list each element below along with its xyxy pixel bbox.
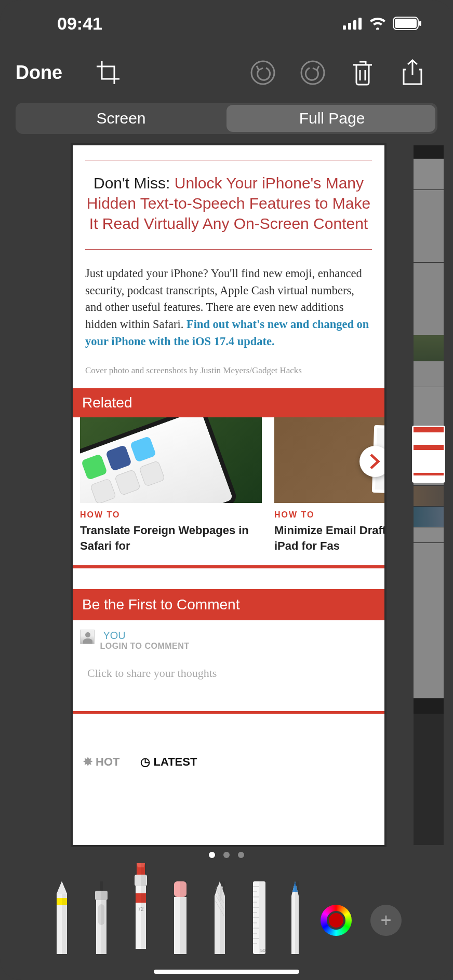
svg-rect-6 [419, 21, 421, 26]
page-indicator [0, 852, 453, 858]
page-dot[interactable] [238, 852, 244, 858]
user-name: YOU [103, 630, 125, 642]
related-card[interactable]: HOW TO Translate Foreign Webpages in Saf… [80, 417, 262, 553]
wifi-icon [369, 17, 387, 30]
comment-form: YOU LOGIN TO COMMENT Click to share your… [73, 620, 384, 701]
marker-tool[interactable]: 72 [130, 863, 151, 949]
fine-pen-tool[interactable] [91, 881, 112, 949]
color-picker-button[interactable] [321, 905, 352, 936]
related-header: Related [73, 388, 384, 417]
status-time: 09:41 [57, 13, 102, 34]
card-tag: HOW TO [80, 510, 262, 520]
page-thumbnail-strip[interactable] [414, 145, 444, 845]
battery-icon [393, 17, 422, 30]
svg-rect-1 [348, 23, 351, 30]
svg-rect-23 [180, 881, 186, 954]
tab-full-page[interactable]: Full Page [226, 103, 437, 134]
thumbnail-viewport[interactable] [412, 426, 445, 483]
plus-icon: + [380, 909, 391, 931]
status-indicators [343, 17, 422, 30]
burst-icon: ✸ [83, 755, 92, 769]
related-cards: HOW TO Translate Foreign Webpages in Saf… [73, 417, 384, 565]
sort-tabs: ✸ HOT ◷ LATEST [73, 740, 384, 784]
editor-toolbar: Done [0, 47, 453, 99]
card-tag: HOW TO [274, 510, 384, 520]
redo-button[interactable] [297, 57, 328, 88]
dont-miss-heading: Don't Miss: Unlock Your iPhone's Many Hi… [85, 173, 372, 234]
ruler-tool[interactable]: 50 [249, 881, 270, 949]
photo-credit: Cover photo and screenshots by Justin Me… [85, 365, 372, 376]
sort-latest[interactable]: ◷ LATEST [140, 755, 197, 769]
svg-rect-20 [141, 863, 146, 949]
pencil-tool[interactable] [288, 881, 302, 949]
card-title: Minimize Email Drafts iPhone or iPad for… [274, 523, 384, 553]
screenshot-preview[interactable]: Don't Miss: Unlock Your iPhone's Many Hi… [73, 145, 384, 845]
svg-rect-2 [353, 20, 356, 30]
home-indicator[interactable] [154, 970, 299, 974]
eraser-tool[interactable] [170, 881, 191, 949]
card-title: Translate Foreign Webpages in Safari for [80, 523, 262, 553]
share-button[interactable] [397, 57, 428, 88]
svg-rect-0 [343, 25, 346, 30]
markup-tool-tray: 72 50 + [0, 866, 453, 970]
clock-icon: ◷ [140, 755, 150, 769]
svg-rect-15 [101, 891, 108, 954]
page-dot[interactable] [209, 852, 215, 858]
signal-icon [343, 17, 363, 30]
comment-input[interactable]: Click to share your thoughts [80, 666, 377, 680]
page-dot[interactable] [223, 852, 230, 858]
svg-rect-42 [259, 881, 265, 954]
add-button[interactable]: + [370, 905, 402, 936]
dont-miss-prefix: Don't Miss: [94, 174, 175, 192]
view-mode-tabs: Screen Full Page [16, 103, 437, 134]
undo-button[interactable] [247, 57, 278, 88]
svg-rect-11 [100, 881, 103, 891]
done-button[interactable]: Done [16, 62, 62, 84]
pen-tool[interactable] [51, 881, 72, 949]
card-thumbnail [80, 417, 262, 503]
article-body: Just updated your iPhone? You'll find ne… [85, 265, 372, 350]
login-link[interactable]: LOGIN TO COMMENT [100, 642, 189, 651]
comments-header: Be the First to Comment [73, 589, 384, 620]
avatar-icon [80, 630, 95, 644]
tab-screen[interactable]: Screen [16, 103, 226, 134]
sort-hot[interactable]: ✸ HOT [83, 755, 119, 769]
svg-rect-43 [295, 881, 299, 954]
status-bar: 09:41 [0, 0, 453, 47]
delete-button[interactable] [347, 57, 378, 88]
lasso-tool[interactable] [209, 881, 230, 949]
related-card[interactable]: HOW TO Minimize Email Drafts iPhone or i… [274, 417, 384, 553]
svg-rect-24 [220, 881, 225, 954]
svg-rect-5 [395, 19, 417, 28]
svg-rect-10 [62, 894, 67, 954]
crop-button[interactable] [92, 57, 124, 88]
current-color-swatch [327, 911, 345, 930]
svg-rect-3 [358, 18, 362, 30]
